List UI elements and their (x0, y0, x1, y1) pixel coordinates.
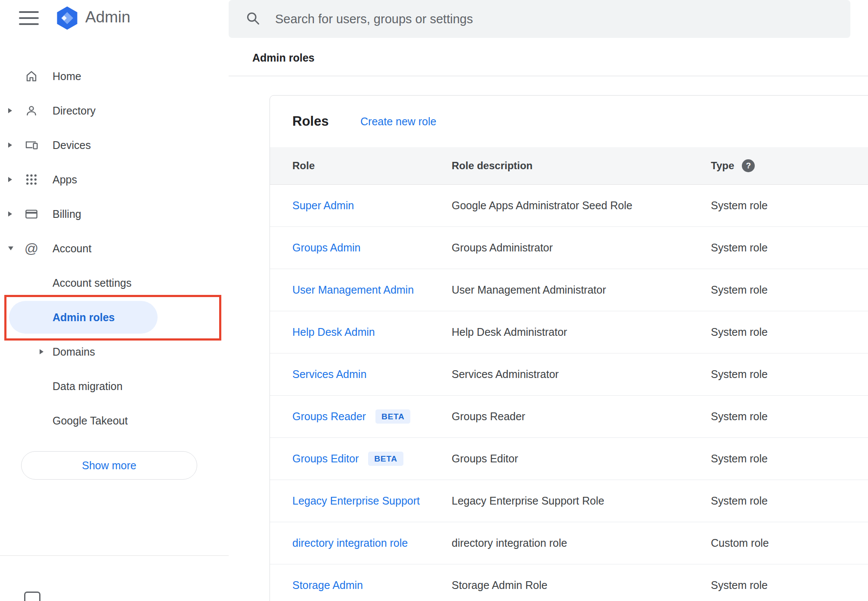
role-description: Storage Admin Role (452, 579, 711, 592)
role-description: Help Desk Administrator (452, 326, 711, 338)
sidebar-item-label: Apps (53, 173, 77, 186)
sidebar-item-data-migration[interactable]: Data migration (0, 369, 229, 403)
create-new-role-link[interactable]: Create new role (360, 115, 436, 128)
show-more-button[interactable]: Show more (21, 451, 197, 480)
role-description: Groups Editor (452, 452, 711, 465)
sidebar-item-google-takeout[interactable]: Google Takeout (0, 403, 229, 438)
column-header-role: Role (292, 160, 452, 172)
table-row: Super Admin Google Apps Administrator Se… (270, 185, 868, 227)
sidebar-item-account-settings[interactable]: Account settings (0, 266, 229, 300)
role-link[interactable]: Services Admin (292, 368, 366, 381)
sidebar-bottom-divider (0, 555, 229, 556)
role-link[interactable]: Help Desk Admin (292, 326, 375, 338)
role-cell: Groups Editor BETA (292, 452, 452, 466)
menu-icon[interactable] (19, 11, 39, 25)
table-row: Groups Admin Groups Administrator System… (270, 227, 868, 269)
role-type: System role (711, 242, 768, 254)
role-cell: directory integration role (292, 537, 452, 549)
table-row: Groups Reader BETA Groups Reader System … (270, 396, 868, 438)
role-type: Custom role (711, 537, 769, 549)
sidebar-item-label: Google Takeout (53, 415, 128, 427)
at-glyph: @ (25, 242, 38, 255)
role-type: System role (711, 452, 768, 465)
role-cell: Groups Admin (292, 242, 452, 254)
sidebar-item-label: Devices (53, 139, 91, 152)
menu-bar (19, 11, 39, 13)
sidebar-item-directory[interactable]: Directory (0, 93, 229, 128)
beta-badge: BETA (368, 452, 403, 466)
role-cell: User Management Admin (292, 284, 452, 296)
role-link[interactable]: User Management Admin (292, 284, 414, 296)
chevron-right-icon (8, 143, 12, 148)
column-header-type-label: Type (711, 160, 734, 172)
home-icon (24, 69, 39, 84)
role-description: directory integration role (452, 537, 711, 549)
roles-title: Roles (292, 114, 329, 129)
sidebar-item-home[interactable]: Home (0, 59, 229, 93)
chevron-right-icon (8, 177, 12, 182)
sidebar-item-domains[interactable]: Domains (0, 335, 229, 369)
role-cell: Groups Reader BETA (292, 409, 452, 424)
sidebar-item-label: Domains (53, 346, 95, 358)
sidebar-item-label: Account settings (53, 277, 131, 289)
table-row: Groups Editor BETA Groups Editor System … (270, 438, 868, 480)
role-link[interactable]: Super Admin (292, 199, 354, 212)
roles-card-header: Roles Create new role (270, 96, 868, 147)
sidebar-nav: Home Directory Devices (0, 59, 229, 438)
role-description: Services Administrator (452, 368, 711, 381)
role-cell: Super Admin (292, 199, 452, 212)
role-cell: Legacy Enterprise Support (292, 495, 452, 507)
role-type: System role (711, 368, 768, 381)
menu-bar (19, 23, 39, 25)
apps-grid-icon (24, 172, 39, 187)
role-description: Legacy Enterprise Support Role (452, 495, 711, 507)
beta-badge: BETA (375, 409, 411, 424)
sidebar-item-devices[interactable]: Devices (0, 128, 229, 162)
help-icon[interactable]: ? (742, 159, 755, 172)
role-link[interactable]: Groups Reader (292, 410, 366, 423)
roles-card: Roles Create new role Role Role descript… (270, 95, 868, 601)
table-header-row: Role Role description Type ? (270, 147, 868, 185)
role-description: Groups Reader (452, 410, 711, 423)
table-row: Storage Admin Storage Admin Role System … (270, 564, 868, 601)
role-type: System role (711, 579, 768, 592)
page-divider (229, 76, 868, 76)
search-bar[interactable] (229, 0, 850, 38)
chevron-right-icon (40, 349, 43, 354)
sidebar-item-account[interactable]: @ Account (0, 231, 229, 266)
role-description: User Management Administrator (452, 284, 711, 296)
column-header-description: Role description (452, 160, 711, 172)
chevron-right-icon (8, 211, 12, 217)
table-row: directory integration role directory int… (270, 522, 868, 564)
role-link[interactable]: Groups Admin (292, 242, 360, 254)
role-cell: Services Admin (292, 368, 452, 381)
sidebar-item-label: Account (53, 242, 91, 255)
role-link[interactable]: Legacy Enterprise Support (292, 495, 420, 507)
chevron-right-icon (8, 108, 12, 113)
table-row: Services Admin Services Administrator Sy… (270, 353, 868, 396)
role-cell: Storage Admin (292, 579, 452, 592)
sidebar-item-admin-roles[interactable]: Admin roles (0, 300, 229, 335)
devices-icon (24, 138, 39, 152)
menu-bar (19, 17, 39, 19)
sidebar-item-label: Billing (53, 208, 81, 220)
role-description: Google Apps Administrator Seed Role (452, 199, 711, 212)
search-input[interactable] (275, 12, 826, 26)
role-link[interactable]: Storage Admin (292, 579, 363, 592)
chevron-down-icon (8, 247, 13, 251)
bottom-partial-icon[interactable] (24, 592, 40, 601)
table-row: Legacy Enterprise Support Legacy Enterpr… (270, 480, 868, 522)
role-type: System role (711, 199, 768, 212)
sidebar-item-label: Admin roles (53, 311, 115, 324)
brand-title: Admin (85, 8, 130, 26)
role-type: System role (711, 410, 768, 423)
sidebar-item-apps[interactable]: Apps (0, 162, 229, 197)
role-link[interactable]: directory integration role (292, 537, 408, 549)
column-header-type: Type ? (711, 159, 755, 172)
role-cell: Help Desk Admin (292, 326, 452, 338)
sidebar-item-label: Home (53, 70, 81, 83)
sidebar-item-billing[interactable]: Billing (0, 197, 229, 231)
sidebar-item-label: Directory (53, 105, 96, 117)
role-link[interactable]: Groups Editor (292, 452, 359, 465)
at-sign-icon: @ (24, 241, 39, 256)
